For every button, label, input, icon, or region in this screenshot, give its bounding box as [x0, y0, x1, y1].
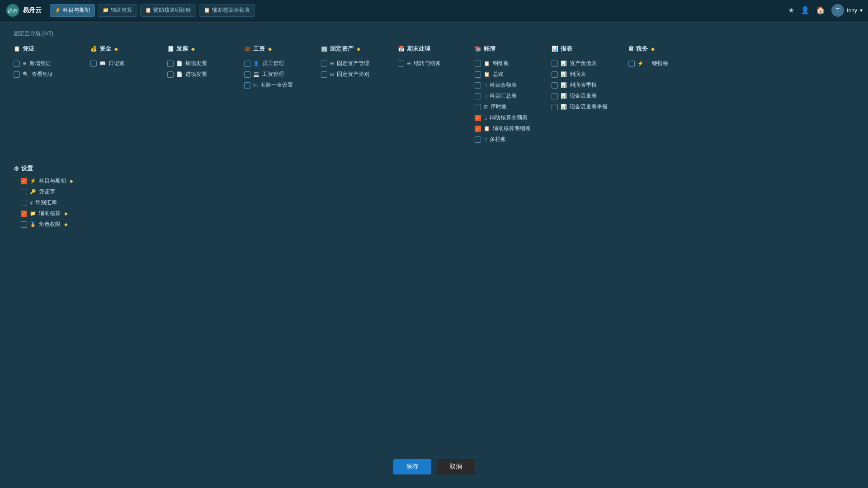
- settings-item-currency-rate[interactable]: ¥币别汇率: [21, 199, 854, 206]
- nav-label: 固定至导航 (4/6): [14, 30, 854, 38]
- section-title-voucher: 📋凭证: [14, 45, 77, 55]
- checkbox-carryforward[interactable]: [398, 61, 404, 67]
- bottom-buttons: 保存 取消: [393, 459, 475, 474]
- diamond-icon: ◆: [191, 47, 195, 52]
- checkbox-purchase-invoice[interactable]: [167, 71, 174, 78]
- star-icon[interactable]: ★: [788, 6, 794, 14]
- section-reports: 📊报表📊资产负债表📊利润表📊利润表季报📊现金流量表📊现金流量表季报: [552, 45, 615, 146]
- item-row-profit-loss[interactable]: 📊利润表: [552, 70, 615, 78]
- item-row-subject-total[interactable]: □科目汇总表: [475, 92, 538, 100]
- cancel-button[interactable]: 取消: [437, 459, 475, 474]
- item-row-detail-ledger[interactable]: 📋明细账: [475, 60, 538, 67]
- item-label-salary-mgmt: 工资管理: [262, 70, 284, 78]
- item-label-aux-detail-ledger: 辅助核算明细账: [493, 125, 531, 132]
- item-row-sales-invoice[interactable]: 📄销项发票: [167, 60, 231, 67]
- checkbox-balance-sheet[interactable]: [552, 61, 558, 67]
- checkbox-fixed-asset-mgmt[interactable]: [321, 61, 327, 67]
- checkbox-sequence-voucher[interactable]: [475, 104, 481, 110]
- checkbox-staff-mgmt[interactable]: [244, 61, 250, 67]
- item-row-view-voucher[interactable]: 🔍查看凭证: [14, 70, 77, 78]
- checkbox-view-voucher[interactable]: [14, 71, 20, 78]
- item-label-new-voucher: 新增凭证: [29, 60, 51, 67]
- nav-tab-tab1[interactable]: ⚡科目与期初: [50, 4, 95, 17]
- settings-checkbox-role-permission[interactable]: [21, 221, 27, 228]
- settings-item-aux-accounting[interactable]: 📁辅助核算◆: [21, 210, 854, 217]
- item-row-one-click-tax[interactable]: ⚡一键报税: [628, 60, 692, 67]
- checkbox-aux-detail-ledger[interactable]: [475, 126, 481, 132]
- item-row-cash-flow[interactable]: 📊现金流量表: [552, 92, 615, 100]
- diamond-icon: ◆: [268, 47, 272, 52]
- section-label-payroll: 工资: [253, 45, 265, 53]
- settings-item-icon-role-permission: 🏅: [30, 221, 36, 227]
- item-row-fixed-asset-type[interactable]: ⊞固定资产类别: [321, 70, 384, 78]
- item-row-fixed-asset-mgmt[interactable]: ⊞固定资产管理: [321, 60, 384, 67]
- item-row-journal[interactable]: 📖日记账: [90, 60, 154, 67]
- item-row-carryforward[interactable]: ⊕结转与结账: [398, 60, 461, 67]
- item-icon-subject-balance: □: [484, 83, 487, 88]
- item-icon-one-click-tax: ⚡: [637, 61, 644, 66]
- item-icon-purchase-invoice: 📄: [176, 71, 183, 77]
- checkbox-journal[interactable]: [90, 61, 97, 67]
- item-row-aux-balance-table[interactable]: □辅助核算余额表: [475, 114, 538, 122]
- item-row-subject-balance[interactable]: □科目余额表: [475, 81, 538, 89]
- item-icon-profit-quarterly: 📊: [561, 82, 567, 88]
- checkbox-cash-flow-quarterly[interactable]: [552, 104, 558, 110]
- user-icon[interactable]: 👤: [801, 6, 810, 14]
- nav-tab-tab3[interactable]: 📋辅助核算明细账: [140, 4, 196, 17]
- item-row-profit-quarterly[interactable]: 📊利润表季报: [552, 81, 615, 89]
- item-icon-journal: 📖: [99, 61, 106, 66]
- settings-checkbox-subject-period[interactable]: [21, 178, 27, 184]
- checkbox-profit-quarterly[interactable]: [552, 82, 558, 89]
- checkbox-detail-ledger[interactable]: [475, 61, 481, 67]
- item-row-sequence-voucher[interactable]: ⊞序时账: [475, 103, 538, 111]
- item-row-staff-mgmt[interactable]: 👤员工管理: [244, 60, 307, 67]
- section-icon-period-end: 📅: [398, 46, 405, 52]
- item-label-sequence-voucher: 序时账: [491, 103, 507, 111]
- settings-item-subject-period[interactable]: ⚡科目与期初◆: [21, 177, 854, 185]
- checkbox-new-voucher[interactable]: [14, 61, 20, 67]
- item-row-salary-mgmt[interactable]: 💻工资管理: [244, 70, 307, 78]
- item-row-balance-sheet[interactable]: 📊资产负债表: [552, 60, 615, 67]
- checkbox-salary-mgmt[interactable]: [244, 71, 250, 78]
- home-icon[interactable]: 🏠: [816, 6, 825, 14]
- checkbox-cash-flow[interactable]: [552, 93, 558, 99]
- settings-item-role-permission[interactable]: 🏅角色权限◆: [21, 221, 854, 228]
- item-row-purchase-invoice[interactable]: 📄进项发票: [167, 70, 231, 78]
- section-title-payroll: 💼工资◆: [244, 45, 307, 55]
- item-label-view-voucher: 查看凭证: [32, 70, 53, 78]
- settings-checkbox-voucher-word[interactable]: [21, 189, 27, 195]
- checkbox-fixed-asset-type[interactable]: [321, 71, 327, 78]
- checkbox-summary[interactable]: [475, 71, 481, 78]
- item-row-aux-detail-ledger[interactable]: 📋辅助核算明细账: [475, 125, 538, 132]
- nav-tab-tab4[interactable]: 📋辅助核算余额表: [199, 4, 255, 17]
- user-area[interactable]: T tony ▾: [831, 4, 863, 17]
- item-row-new-voucher[interactable]: ⊕新增凭证: [14, 60, 77, 67]
- checkbox-five-one-set[interactable]: [244, 82, 250, 89]
- logo[interactable]: 易舟 易舟云: [5, 3, 42, 18]
- item-label-summary: 总账: [493, 70, 504, 78]
- item-row-summary[interactable]: 📋总账: [475, 70, 538, 78]
- settings-checkbox-aux-accounting[interactable]: [21, 211, 27, 217]
- nav-tab-tab2[interactable]: 📁辅助核算: [98, 4, 137, 17]
- checkbox-profit-loss[interactable]: [552, 71, 558, 78]
- settings-item-voucher-word[interactable]: 🔑凭证字: [21, 188, 854, 196]
- checkbox-subject-total[interactable]: [475, 93, 481, 99]
- section-tax: 🏛税务◆⚡一键报税: [628, 45, 692, 146]
- item-label-five-one-set: 五险一金设置: [260, 81, 293, 89]
- checkbox-multi-col[interactable]: [475, 136, 481, 143]
- item-row-multi-col[interactable]: □多栏账: [475, 136, 538, 143]
- checkbox-subject-balance[interactable]: [475, 82, 481, 89]
- dropdown-icon: ▾: [860, 7, 863, 14]
- checkbox-sales-invoice[interactable]: [167, 61, 174, 67]
- item-row-five-one-set[interactable]: %五险一金设置: [244, 81, 307, 89]
- settings-checkbox-currency-rate[interactable]: [21, 200, 27, 206]
- section-title-period-end: 📅期末处理: [398, 45, 461, 55]
- section-icon-tax: 🏛: [628, 46, 634, 52]
- save-button[interactable]: 保存: [393, 459, 431, 474]
- checkbox-one-click-tax[interactable]: [628, 61, 635, 67]
- section-label-reports: 报表: [561, 45, 572, 53]
- settings-icon: ⚙: [14, 165, 19, 172]
- item-row-cash-flow-quarterly[interactable]: 📊现金流量表季报: [552, 103, 615, 111]
- checkbox-aux-balance-table[interactable]: [475, 115, 481, 121]
- section-title-capital: 💰资金◆: [90, 45, 154, 55]
